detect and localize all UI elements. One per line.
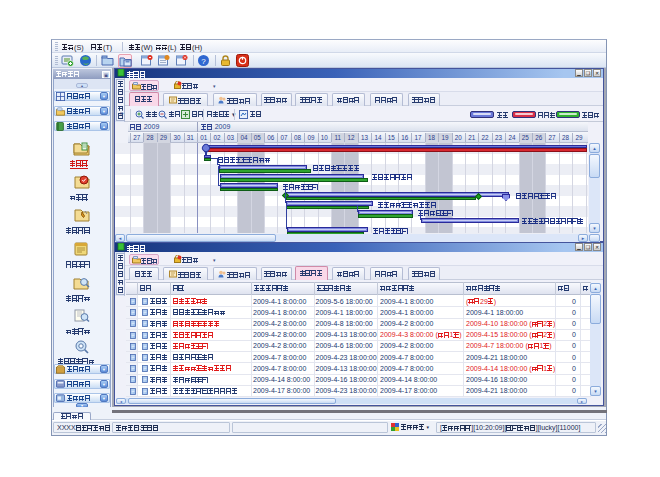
svg-text:?: ?: [201, 57, 206, 66]
